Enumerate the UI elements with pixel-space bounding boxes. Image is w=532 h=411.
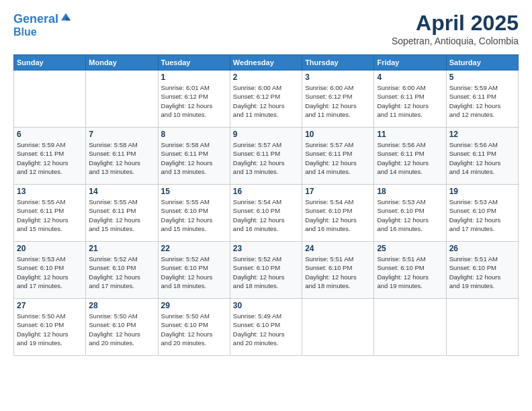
day-info: Sunrise: 5:52 AM Sunset: 6:10 PM Dayligh… — [233, 255, 299, 290]
day-info: Sunrise: 5:54 AM Sunset: 6:10 PM Dayligh… — [233, 197, 299, 233]
calendar: SundayMondayTuesdayWednesdayThursdayFrid… — [13, 54, 519, 356]
day-info: Sunrise: 5:51 AM Sunset: 6:10 PM Dayligh… — [449, 255, 515, 290]
day-cell: 9Sunrise: 5:57 AM Sunset: 6:11 PM Daylig… — [230, 128, 302, 185]
day-number: 23 — [233, 244, 299, 253]
day-cell: 18Sunrise: 5:53 AM Sunset: 6:10 PM Dayli… — [374, 185, 446, 242]
day-cell: 29Sunrise: 5:50 AM Sunset: 6:10 PM Dayli… — [158, 299, 230, 356]
day-cell: 5Sunrise: 5:59 AM Sunset: 6:11 PM Daylig… — [446, 71, 518, 128]
day-cell: 6Sunrise: 5:59 AM Sunset: 6:11 PM Daylig… — [14, 128, 86, 185]
week-row-4: 20Sunrise: 5:53 AM Sunset: 6:10 PM Dayli… — [14, 242, 519, 299]
day-cell — [14, 71, 86, 128]
day-number: 7 — [89, 130, 154, 139]
day-number: 16 — [233, 187, 299, 196]
day-number: 26 — [449, 244, 515, 253]
week-row-3: 13Sunrise: 5:55 AM Sunset: 6:11 PM Dayli… — [14, 185, 519, 242]
day-cell: 4Sunrise: 6:00 AM Sunset: 6:11 PM Daylig… — [374, 71, 446, 128]
day-info: Sunrise: 5:59 AM Sunset: 6:11 PM Dayligh… — [449, 83, 515, 119]
weekday-header-wednesday: Wednesday — [230, 55, 302, 71]
day-cell: 27Sunrise: 5:50 AM Sunset: 6:10 PM Dayli… — [14, 299, 86, 356]
day-info: Sunrise: 5:51 AM Sunset: 6:10 PM Dayligh… — [305, 255, 371, 290]
weekday-header-friday: Friday — [374, 55, 446, 71]
day-cell — [86, 71, 158, 128]
day-cell: 24Sunrise: 5:51 AM Sunset: 6:10 PM Dayli… — [302, 242, 374, 299]
day-number: 5 — [449, 73, 515, 82]
day-info: Sunrise: 5:57 AM Sunset: 6:11 PM Dayligh… — [233, 140, 299, 176]
logo-line1: General — [13, 12, 58, 26]
day-cell: 15Sunrise: 5:55 AM Sunset: 6:10 PM Dayli… — [158, 185, 230, 242]
day-cell: 30Sunrise: 5:49 AM Sunset: 6:10 PM Dayli… — [230, 299, 302, 356]
day-cell: 16Sunrise: 5:54 AM Sunset: 6:10 PM Dayli… — [230, 185, 302, 242]
day-number: 25 — [377, 244, 443, 253]
page: General Blue April 2025 Sopetran, Antioq… — [0, 0, 532, 411]
day-cell: 25Sunrise: 5:51 AM Sunset: 6:10 PM Dayli… — [374, 242, 446, 299]
day-number: 21 — [89, 244, 154, 253]
day-cell — [446, 299, 518, 356]
day-number: 15 — [161, 187, 227, 196]
weekday-header-monday: Monday — [86, 55, 158, 71]
logo-line2: Blue — [13, 26, 72, 38]
day-number: 10 — [305, 130, 371, 139]
day-number: 12 — [449, 130, 515, 139]
week-row-1: 1Sunrise: 6:01 AM Sunset: 6:12 PM Daylig… — [14, 71, 519, 128]
day-info: Sunrise: 5:50 AM Sunset: 6:10 PM Dayligh… — [17, 312, 83, 347]
day-number: 18 — [377, 187, 443, 196]
day-cell: 8Sunrise: 5:58 AM Sunset: 6:11 PM Daylig… — [158, 128, 230, 185]
day-info: Sunrise: 6:00 AM Sunset: 6:11 PM Dayligh… — [377, 83, 443, 119]
day-number: 11 — [377, 130, 443, 139]
day-info: Sunrise: 5:57 AM Sunset: 6:11 PM Dayligh… — [305, 140, 371, 176]
day-info: Sunrise: 5:51 AM Sunset: 6:10 PM Dayligh… — [377, 255, 443, 290]
day-number: 2 — [233, 73, 299, 82]
day-cell: 17Sunrise: 5:54 AM Sunset: 6:10 PM Dayli… — [302, 185, 374, 242]
day-number: 4 — [377, 73, 443, 82]
day-info: Sunrise: 6:01 AM Sunset: 6:12 PM Dayligh… — [161, 83, 227, 119]
day-cell: 28Sunrise: 5:50 AM Sunset: 6:10 PM Dayli… — [86, 299, 158, 356]
day-cell: 11Sunrise: 5:56 AM Sunset: 6:11 PM Dayli… — [374, 128, 446, 185]
day-cell: 3Sunrise: 6:00 AM Sunset: 6:12 PM Daylig… — [302, 71, 374, 128]
week-row-5: 27Sunrise: 5:50 AM Sunset: 6:10 PM Dayli… — [14, 299, 519, 356]
weekday-header-row: SundayMondayTuesdayWednesdayThursdayFrid… — [14, 55, 519, 71]
day-info: Sunrise: 5:52 AM Sunset: 6:10 PM Dayligh… — [89, 255, 154, 290]
day-info: Sunrise: 5:58 AM Sunset: 6:11 PM Dayligh… — [89, 140, 154, 176]
day-number: 8 — [161, 130, 227, 139]
day-number: 20 — [17, 244, 83, 253]
day-number: 17 — [305, 187, 371, 196]
day-number: 6 — [17, 130, 83, 139]
day-info: Sunrise: 5:50 AM Sunset: 6:10 PM Dayligh… — [89, 312, 154, 347]
day-cell: 1Sunrise: 6:01 AM Sunset: 6:12 PM Daylig… — [158, 71, 230, 128]
day-info: Sunrise: 5:54 AM Sunset: 6:10 PM Dayligh… — [305, 197, 371, 233]
day-cell: 23Sunrise: 5:52 AM Sunset: 6:10 PM Dayli… — [230, 242, 302, 299]
day-info: Sunrise: 5:53 AM Sunset: 6:10 PM Dayligh… — [17, 255, 83, 290]
day-number: 14 — [89, 187, 154, 196]
day-info: Sunrise: 5:56 AM Sunset: 6:11 PM Dayligh… — [449, 140, 515, 176]
weekday-header-tuesday: Tuesday — [158, 55, 230, 71]
day-cell — [374, 299, 446, 356]
day-number: 1 — [161, 73, 227, 82]
day-cell: 7Sunrise: 5:58 AM Sunset: 6:11 PM Daylig… — [86, 128, 158, 185]
day-cell: 22Sunrise: 5:52 AM Sunset: 6:10 PM Dayli… — [158, 242, 230, 299]
day-number: 30 — [233, 301, 299, 310]
day-cell: 21Sunrise: 5:52 AM Sunset: 6:10 PM Dayli… — [86, 242, 158, 299]
header: General Blue April 2025 Sopetran, Antioq… — [13, 11, 519, 46]
day-number: 9 — [233, 130, 299, 139]
logo-text: General — [13, 11, 72, 26]
day-info: Sunrise: 6:00 AM Sunset: 6:12 PM Dayligh… — [305, 83, 371, 119]
day-info: Sunrise: 5:50 AM Sunset: 6:10 PM Dayligh… — [161, 312, 227, 347]
day-cell: 26Sunrise: 5:51 AM Sunset: 6:10 PM Dayli… — [446, 242, 518, 299]
day-cell: 19Sunrise: 5:53 AM Sunset: 6:10 PM Dayli… — [446, 185, 518, 242]
day-info: Sunrise: 5:58 AM Sunset: 6:11 PM Dayligh… — [161, 140, 227, 176]
day-cell: 13Sunrise: 5:55 AM Sunset: 6:11 PM Dayli… — [14, 185, 86, 242]
logo: General Blue — [13, 11, 72, 38]
weekday-header-sunday: Sunday — [14, 55, 86, 71]
day-info: Sunrise: 5:53 AM Sunset: 6:10 PM Dayligh… — [377, 197, 443, 233]
day-number: 13 — [17, 187, 83, 196]
day-cell — [302, 299, 374, 356]
weekday-header-thursday: Thursday — [302, 55, 374, 71]
day-number: 29 — [161, 301, 227, 310]
day-info: Sunrise: 5:55 AM Sunset: 6:11 PM Dayligh… — [17, 197, 83, 233]
day-cell: 12Sunrise: 5:56 AM Sunset: 6:11 PM Dayli… — [446, 128, 518, 185]
day-number: 27 — [17, 301, 83, 310]
day-cell: 10Sunrise: 5:57 AM Sunset: 6:11 PM Dayli… — [302, 128, 374, 185]
weekday-header-saturday: Saturday — [446, 55, 518, 71]
day-info: Sunrise: 5:52 AM Sunset: 6:10 PM Dayligh… — [161, 255, 227, 290]
subtitle: Sopetran, Antioquia, Colombia — [392, 36, 519, 46]
